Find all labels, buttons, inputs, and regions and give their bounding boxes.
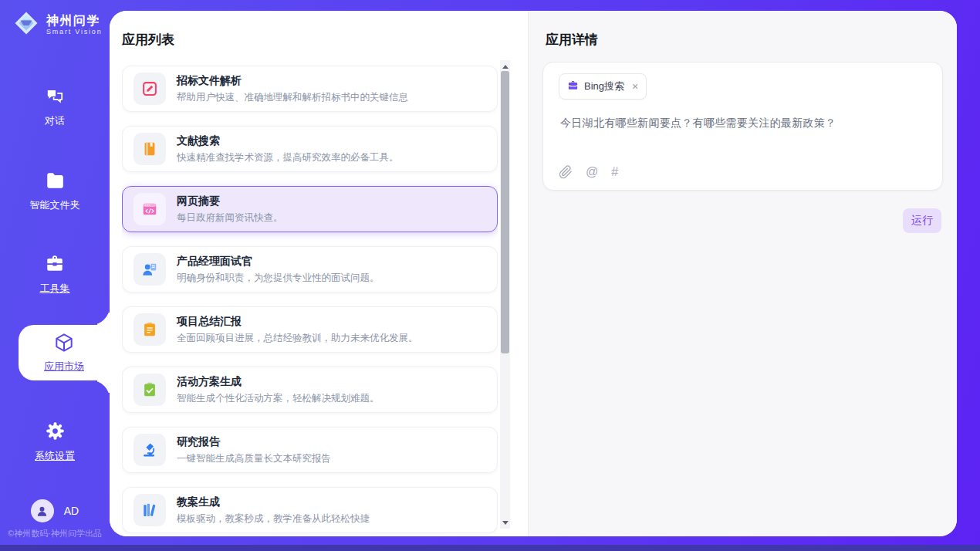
app-card[interactable]: 招标文件解析 帮助用户快速、准确地理解和解析招标书中的关键信息	[122, 66, 498, 112]
app-card[interactable]: 活动方案生成 智能生成个性化活动方案，轻松解决规划难题。	[122, 367, 498, 413]
scrollbar-thumb[interactable]	[501, 71, 509, 353]
mention-icon[interactable]: @	[586, 165, 598, 179]
sidebar: 神州问学 Smart Vision 对话 智能文件夹 工具集 应用市场 系统设置…	[0, 0, 110, 551]
sidebar-item-gear[interactable]: 系统设置	[0, 421, 110, 463]
diamond-logo-icon	[12, 9, 40, 40]
app-window: 神州问学 Smart Vision 对话 智能文件夹 工具集 应用市场 系统设置…	[0, 0, 980, 551]
composer-card: Bing搜索 × 今日湖北有哪些新闻要点？有哪些需要关注的最新政策？ @#	[542, 62, 943, 191]
tool-chip-bing[interactable]: Bing搜索 ×	[559, 73, 647, 100]
briefcase-icon	[567, 79, 579, 94]
scrollbar	[500, 60, 510, 529]
book-icon	[133, 133, 166, 165]
microscope-icon	[133, 434, 166, 466]
brand-logo: 神州问学 Smart Vision	[12, 9, 102, 40]
browser-code-icon	[133, 193, 166, 225]
sidebar-item-chat[interactable]: 对话	[0, 86, 110, 128]
app-card[interactable]: 文献搜索 快速精准查找学术资源，提高研究效率的必备工具。	[122, 126, 498, 172]
report-note-icon	[133, 313, 166, 346]
app-card[interactable]: 项目总结汇报 全面回顾项目进展，总结经验教训，助力未来优化发展。	[122, 306, 498, 353]
clipboard-check-icon	[133, 374, 166, 406]
toolbox-icon	[45, 254, 65, 277]
app-card[interactable]: 教案生成 模板驱动，教案秒成，教学准备从此轻松快捷	[122, 487, 498, 533]
avatar[interactable]	[31, 499, 54, 522]
query-input[interactable]: 今日湖北有哪些新闻要点？有哪些需要关注的最新政策？	[560, 117, 925, 130]
run-button[interactable]: 运行	[903, 208, 941, 233]
scroll-up-icon[interactable]	[500, 62, 510, 71]
sidebar-item-cube[interactable]: 应用市场	[19, 325, 110, 380]
app-detail-title: 应用详情	[546, 31, 598, 49]
app-card[interactable]: 网页摘要 每日政府新闻资讯快查。	[122, 186, 498, 232]
close-icon[interactable]: ×	[632, 81, 638, 92]
interviewer-icon	[133, 253, 166, 286]
scroll-down-icon[interactable]	[500, 518, 510, 527]
copyright-text: ©神州数码·神州问学出品	[0, 528, 110, 539]
tool-chip-label: Bing搜索	[584, 79, 624, 93]
sidebar-item-toolbox[interactable]: 工具集	[0, 254, 110, 296]
sidebar-item-folder[interactable]: 智能文件夹	[0, 171, 110, 212]
app-detail-panel: 应用详情 Bing搜索 × 今日湖北有哪些新闻要点？有哪些需要关注的最新政策？ …	[529, 11, 957, 536]
content-window: 应用列表 招标文件解析 帮助用户快速、准确地理解和解析招标书中的关键信息 文献搜…	[110, 11, 957, 536]
user-name: AD	[64, 505, 79, 517]
composer-toolbar: @#	[559, 165, 618, 179]
edit-document-icon	[133, 73, 166, 105]
app-list-panel: 应用列表 招标文件解析 帮助用户快速、准确地理解和解析招标书中的关键信息 文献搜…	[110, 11, 528, 536]
cube-icon	[53, 332, 75, 357]
books-icon	[133, 494, 166, 526]
attachment-icon[interactable]	[559, 165, 573, 179]
brand-tagline: Smart Vision	[46, 28, 102, 35]
chat-icon	[45, 86, 65, 110]
user-row: AD	[0, 499, 110, 522]
gear-icon	[45, 421, 66, 445]
app-card[interactable]: 研究报告 一键智能生成高质量长文本研究报告	[122, 427, 498, 473]
app-card[interactable]: 产品经理面试官 明确身份和职责，为您提供专业性的面试问题。	[122, 246, 498, 292]
brand-name: 神州问学	[46, 14, 102, 28]
hash-icon[interactable]: #	[611, 165, 618, 179]
app-cards-list: 招标文件解析 帮助用户快速、准确地理解和解析招标书中的关键信息 文献搜索 快速精…	[122, 59, 498, 536]
bottom-bar	[0, 545, 980, 551]
app-list-title: 应用列表	[122, 31, 174, 49]
folder-icon	[45, 171, 65, 194]
